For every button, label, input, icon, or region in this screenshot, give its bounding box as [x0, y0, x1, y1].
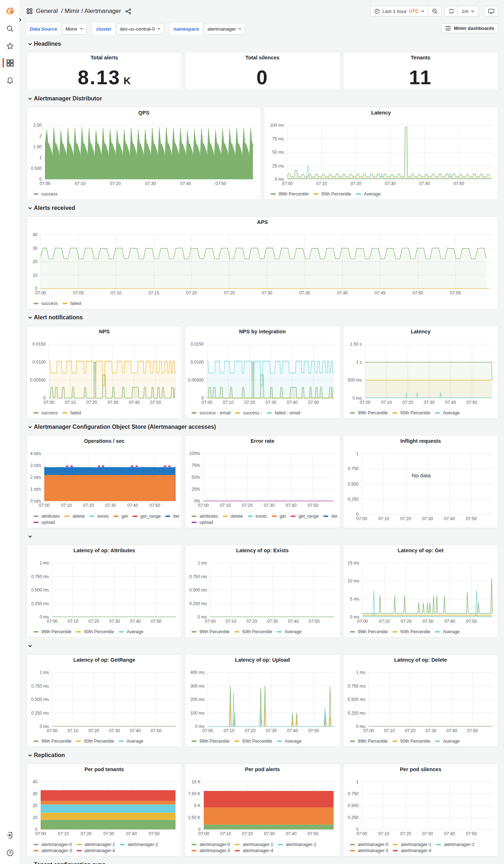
- svg-text:0.500: 0.500: [348, 803, 359, 808]
- svg-text:07:40: 07:40: [444, 619, 455, 624]
- svg-text:2: 2: [39, 134, 42, 139]
- svg-text:3 rd/s: 3 rd/s: [30, 463, 41, 468]
- svg-text:300 ms: 300 ms: [190, 684, 204, 689]
- svg-text:07:00: 07:00: [205, 619, 216, 624]
- svg-text:07:50: 07:50: [151, 619, 162, 624]
- svg-text:07:50: 07:50: [309, 728, 319, 733]
- svg-text:07:20: 07:20: [402, 400, 413, 405]
- svg-text:07:10: 07:10: [224, 728, 234, 733]
- svg-text:1 ms: 1 ms: [198, 561, 207, 566]
- svg-text:07:30: 07:30: [109, 728, 120, 733]
- svg-text:07:00: 07:00: [47, 619, 58, 624]
- svg-text:0.0100: 0.0100: [32, 360, 46, 365]
- svg-text:07:45: 07:45: [375, 291, 386, 296]
- svg-text:07:10: 07:10: [68, 728, 78, 733]
- svg-text:07:30: 07:30: [105, 503, 116, 508]
- svg-text:07:30: 07:30: [145, 181, 156, 186]
- svg-text:1.50: 1.50: [33, 144, 42, 149]
- svg-text:10: 10: [33, 273, 38, 278]
- svg-text:0.250 ms: 0.250 ms: [31, 601, 49, 606]
- svg-text:100 ms: 100 ms: [270, 123, 284, 128]
- svg-text:07:00: 07:00: [44, 400, 54, 405]
- svg-text:40: 40: [33, 779, 38, 784]
- svg-text:07:50: 07:50: [467, 728, 478, 733]
- svg-text:07:50: 07:50: [215, 181, 226, 186]
- svg-text:07:50: 07:50: [308, 400, 319, 405]
- svg-text:07:20: 07:20: [400, 516, 411, 521]
- svg-text:0.500 ms: 0.500 ms: [347, 697, 365, 702]
- svg-text:7.50 K: 7.50 K: [188, 791, 201, 796]
- svg-text:07:30: 07:30: [426, 728, 436, 733]
- svg-text:07:10: 07:10: [381, 400, 392, 405]
- svg-text:50%: 50%: [192, 475, 200, 480]
- svg-text:07:00: 07:00: [202, 400, 212, 405]
- svg-text:75 ms: 75 ms: [272, 136, 284, 141]
- svg-text:07:40: 07:40: [286, 503, 297, 508]
- svg-text:500 ms: 500 ms: [347, 378, 361, 383]
- svg-text:07:10: 07:10: [223, 400, 234, 405]
- svg-text:07:50: 07:50: [466, 516, 477, 521]
- svg-text:07:20: 07:20: [405, 728, 415, 733]
- svg-text:07:30: 07:30: [103, 831, 114, 836]
- svg-text:07:40: 07:40: [287, 400, 298, 405]
- svg-text:0.250: 0.250: [348, 497, 359, 502]
- svg-text:07:10: 07:10: [378, 516, 389, 521]
- svg-text:07:30: 07:30: [261, 291, 272, 296]
- svg-text:75%: 75%: [192, 463, 200, 468]
- svg-text:25%: 25%: [192, 487, 200, 492]
- svg-text:07:00: 07:00: [39, 503, 50, 508]
- svg-text:1: 1: [39, 155, 42, 160]
- svg-text:07:40: 07:40: [445, 400, 456, 405]
- svg-text:0.750 ms: 0.750 ms: [189, 574, 207, 579]
- svg-text:07:30: 07:30: [264, 831, 275, 836]
- svg-text:07:30: 07:30: [385, 181, 396, 186]
- svg-text:07:20: 07:20: [83, 503, 94, 508]
- svg-text:07:10: 07:10: [316, 181, 327, 186]
- svg-text:07:35: 07:35: [299, 291, 310, 296]
- svg-text:?: ?: [9, 851, 11, 855]
- svg-text:07:30: 07:30: [266, 400, 276, 405]
- svg-text:07:40: 07:40: [444, 831, 455, 836]
- svg-text:07:20: 07:20: [247, 619, 257, 624]
- svg-text:07:15: 07:15: [148, 291, 159, 296]
- svg-text:2.50 K: 2.50 K: [188, 815, 201, 820]
- svg-text:07:40: 07:40: [287, 728, 298, 733]
- svg-text:0.500 ms: 0.500 ms: [31, 697, 49, 702]
- svg-text:30: 30: [33, 246, 38, 251]
- svg-text:10 K: 10 K: [192, 779, 201, 784]
- svg-text:07:40: 07:40: [130, 728, 141, 733]
- svg-text:07:40: 07:40: [127, 503, 138, 508]
- svg-text:07:10: 07:10: [220, 503, 231, 508]
- svg-text:07:10: 07:10: [226, 619, 237, 624]
- svg-text:07:50: 07:50: [466, 619, 477, 624]
- svg-text:0.250 ms: 0.250 ms: [189, 601, 207, 606]
- svg-text:07:50: 07:50: [151, 728, 162, 733]
- svg-text:07:10: 07:10: [384, 728, 395, 733]
- svg-text:0.250 ms: 0.250 ms: [347, 711, 365, 716]
- svg-text:07:00: 07:00: [282, 181, 293, 186]
- svg-text:07:20: 07:20: [88, 728, 99, 733]
- svg-text:07:40: 07:40: [286, 831, 297, 836]
- svg-text:0.250: 0.250: [348, 815, 359, 820]
- svg-text:07:50: 07:50: [149, 831, 159, 836]
- svg-text:100 ms: 100 ms: [190, 711, 204, 716]
- svg-text:07:00: 07:00: [363, 728, 374, 733]
- svg-text:07:40: 07:40: [130, 619, 141, 624]
- svg-text:4 rd/s: 4 rd/s: [30, 451, 41, 456]
- svg-text:07:20: 07:20: [245, 728, 256, 733]
- svg-text:07:50: 07:50: [412, 291, 423, 296]
- svg-text:0.0150: 0.0150: [32, 342, 46, 347]
- svg-text:07:50: 07:50: [149, 503, 160, 508]
- svg-text:07:20: 07:20: [401, 619, 411, 624]
- svg-text:07:00: 07:00: [198, 831, 209, 836]
- svg-text:25 ms: 25 ms: [272, 163, 284, 168]
- svg-text:0.750 ms: 0.750 ms: [347, 684, 365, 689]
- svg-text:07:00: 07:00: [356, 516, 367, 521]
- svg-text:07:30: 07:30: [267, 619, 278, 624]
- svg-text:1 ms: 1 ms: [356, 670, 365, 675]
- svg-text:1.50 s: 1.50 s: [350, 342, 362, 347]
- svg-text:07:40: 07:40: [129, 400, 140, 405]
- svg-text:07:30: 07:30: [266, 728, 277, 733]
- svg-text:07:20: 07:20: [242, 503, 253, 508]
- svg-text:07:50: 07:50: [150, 400, 161, 405]
